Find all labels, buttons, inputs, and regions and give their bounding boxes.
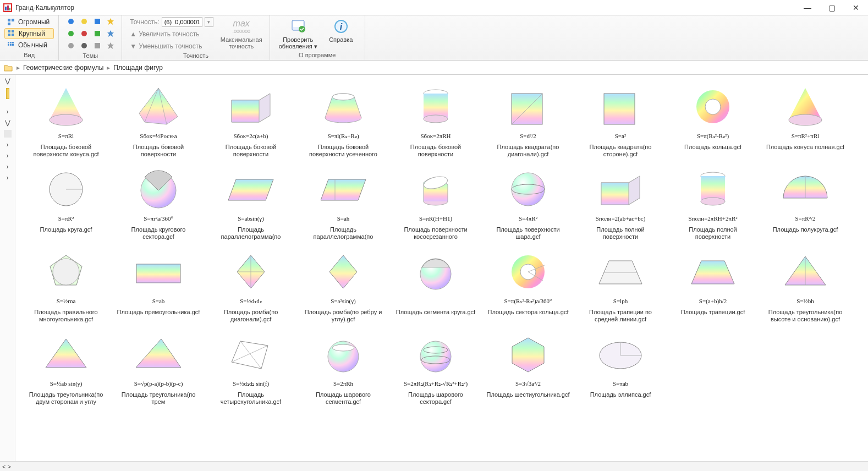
breadcrumb: ▸ Геометрические формулы ▸ Площади фигур xyxy=(0,61,868,75)
tile-cone-full[interactable]: S=πR²+πRl Площадь конуса полная.gcf xyxy=(761,80,849,161)
decrease-precision[interactable]: ▼Уменьшить точность xyxy=(130,41,213,52)
nav-current[interactable] xyxy=(4,130,12,138)
tile-sphere-sec[interactable]: S=2πR₁(R₁+R₂-√R₁²+R₂²) Площадь шарового … xyxy=(392,328,480,408)
minimize-button[interactable]: — xyxy=(795,0,820,15)
tile-circle[interactable]: S=πR² Площадь круга.gcf xyxy=(22,163,110,243)
nav-right-3[interactable]: › xyxy=(3,152,13,160)
nav-right-1[interactable]: › xyxy=(3,108,13,116)
tile-trapezoid-m[interactable]: S=lph Площадь трапеции по средней линии.… xyxy=(576,245,664,326)
view-large[interactable]: Крупный xyxy=(4,28,54,39)
theme-star-blue[interactable] xyxy=(105,29,116,39)
tile-quad[interactable]: S=½d₁d₂ sin(f) Площадь четырехугольника.… xyxy=(207,328,295,408)
svg-rect-7 xyxy=(8,23,10,25)
tile-box[interactable]: Sполн=2(ab+ac+bc) Площадь полной поверхн… xyxy=(576,163,664,243)
shape-thumb xyxy=(403,82,469,132)
tile-annulus[interactable]: S=π(R₁²-R₂²) Площадь кольца.gcf xyxy=(669,80,757,161)
theme-red-circle[interactable] xyxy=(79,29,90,39)
tile-parallelogram[interactable]: S=absin(γ) Площадь параллелограмма(по xyxy=(207,163,295,243)
tile-cone[interactable]: S=πRl Площадь боковой поверхности конуса… xyxy=(22,80,110,161)
svg-point-62 xyxy=(512,173,545,206)
size-large-icon xyxy=(7,29,16,38)
tile-hexagon[interactable]: S=3√3a²/2 Площадь шестиугольника.gcf xyxy=(484,328,572,408)
tile-rhombus[interactable]: S=a²sin(γ) Площадь ромба(по ребру и углу… xyxy=(299,245,387,326)
theme-green-square[interactable] xyxy=(92,29,103,39)
shape-thumb xyxy=(772,82,838,132)
tile-sphere-seg[interactable]: S=2πRh Площадь шарового сегмента.gcf xyxy=(299,328,387,408)
tile-triangle-3[interactable]: S=√p(p-a)(p-b)(p-c) Площадь треугольника… xyxy=(114,328,202,408)
formula-text: S=πR²/2 xyxy=(795,215,815,224)
svg-point-44 xyxy=(332,94,354,100)
check-updates-button[interactable]: Проверить обновления ▾ xyxy=(274,17,322,51)
help-button[interactable]: i Справка xyxy=(322,17,360,51)
tile-ellipse[interactable]: S=πab Площадь эллипса.gcf xyxy=(576,328,664,408)
svg-point-18 xyxy=(68,19,74,24)
group-about-label: О программе xyxy=(274,51,360,60)
shape-thumb xyxy=(772,247,838,297)
nav-right-5[interactable]: › xyxy=(3,174,13,182)
maximize-button[interactable]: ▢ xyxy=(820,0,844,15)
breadcrumb-l2[interactable]: Площади фигур xyxy=(113,64,163,72)
shape-thumb xyxy=(125,165,191,214)
increase-precision[interactable]: ▲Увеличить точность xyxy=(130,29,213,40)
tile-semicircle[interactable]: S=πR²/2 Площадь полукруга.gcf xyxy=(761,163,849,243)
svg-point-73 xyxy=(53,259,79,285)
theme-star-gold[interactable] xyxy=(105,17,116,26)
tile-cylinder[interactable]: Sбок=2πRH Площадь боковой поверхности xyxy=(392,80,480,161)
nav-right-2[interactable]: › xyxy=(3,141,13,149)
tile-prism[interactable]: Sбок=2c(a+b) Площадь боковой поверхности xyxy=(207,80,295,161)
precision-input[interactable] xyxy=(162,17,202,27)
shape-thumb xyxy=(403,165,469,214)
tile-triangle-ab[interactable]: S=½ab sin(γ) Площадь треугольника(по дву… xyxy=(22,328,110,408)
theme-green-circle[interactable] xyxy=(65,29,76,39)
tile-rectangle[interactable]: S=ab Площадь прямоугольника.gcf xyxy=(114,245,202,326)
svg-rect-17 xyxy=(12,44,14,46)
tile-polygon[interactable]: S=½rna Площадь правильного многоугольник… xyxy=(22,245,110,326)
tile-sphere[interactable]: S=4πR² Площадь поверхности шара.gcf xyxy=(484,163,572,243)
formula-text: S=πR² xyxy=(58,215,74,224)
theme-gray-circle[interactable] xyxy=(65,41,76,51)
close-button[interactable]: ✕ xyxy=(844,0,868,15)
tile-trapezoid[interactable]: S=(a+b)h/2 Площадь трапеции.gcf xyxy=(669,245,757,326)
svg-marker-89 xyxy=(232,341,268,369)
tile-frustum-cone[interactable]: S=πl(R₁+R₂) Площадь боковой поверхности … xyxy=(299,80,387,161)
tile-triangle-bh[interactable]: S=½bh Площадь треугольника(по высоте и о… xyxy=(761,245,849,326)
tile-ring-sector[interactable]: S=π(R₁²-R₂²)a/360° Площадь сектора кольц… xyxy=(484,245,572,326)
tile-pyramid[interactable]: Sбок=½Pосн·a Площадь боковой поверхности xyxy=(114,80,202,161)
theme-blue-square[interactable] xyxy=(92,17,103,26)
view-huge[interactable]: Огромный xyxy=(4,17,54,28)
collapse-toggle[interactable]: ⋁ xyxy=(3,77,13,85)
help-icon: i xyxy=(332,18,350,35)
view-normal[interactable]: Обычный xyxy=(4,40,54,51)
svg-rect-8 xyxy=(8,30,10,32)
theme-yellow-circle[interactable] xyxy=(79,17,90,26)
max-precision-button[interactable]: max .000000 Максимальная точность xyxy=(218,17,265,51)
svg-point-52 xyxy=(705,99,721,114)
status-nav[interactable]: < > xyxy=(2,463,11,470)
precision-dropdown-icon[interactable]: ▾ xyxy=(205,17,213,27)
formula-text: S=√p(p-a)(p-b)(p-c) xyxy=(134,380,183,389)
formula-text: Sполн=2πRH+2πR² xyxy=(688,215,737,224)
folder-icon[interactable] xyxy=(3,63,13,73)
caption-text: Площадь правильного многоугольника.gcf xyxy=(24,309,108,324)
formula-text: S=πl(R₁+R₂) xyxy=(327,133,359,141)
breadcrumb-l1[interactable]: Геометрические формулы xyxy=(23,64,103,72)
formula-text: S=π(R₁²-R₂²)a/360° xyxy=(504,298,552,306)
theme-dark-circle[interactable] xyxy=(79,41,90,51)
tile-segment[interactable]: Площадь сегмента круга.gcf xyxy=(392,245,480,326)
tile-square[interactable]: S=a² Площадь квадрата(по стороне).gcf xyxy=(576,80,664,161)
tile-rhombus-d[interactable]: S=½d₁d₂ Площадь ромба(по диагонали).gcf xyxy=(207,245,295,326)
svg-point-94 xyxy=(420,341,451,372)
theme-star-gray[interactable] xyxy=(105,41,116,51)
nav-down[interactable]: ⋁ xyxy=(3,119,13,127)
theme-blue-circle[interactable] xyxy=(65,17,76,26)
theme-gray-square[interactable] xyxy=(92,41,103,51)
tile-sector[interactable]: S=πr²a/360° Площадь кругового сектора.gc… xyxy=(114,163,202,243)
tile-cylinder-full[interactable]: Sполн=2πRH+2πR² Площадь полной поверхнос… xyxy=(669,163,757,243)
caption-text: Площадь боковой поверхности конуса.gcf xyxy=(24,144,108,159)
shape-thumb xyxy=(125,82,191,132)
tile-sliced-cyl[interactable]: S=πR(H+H1) Площадь поверхности кососреза… xyxy=(392,163,480,243)
svg-point-70 xyxy=(701,198,725,205)
tile-square-diag[interactable]: S=d²/2 Площадь квадрата(по диагонали).gc… xyxy=(484,80,572,161)
nav-right-4[interactable]: › xyxy=(3,163,13,171)
tile-parallelogram-h[interactable]: S=ah Площадь параллелограмма(по xyxy=(299,163,387,243)
